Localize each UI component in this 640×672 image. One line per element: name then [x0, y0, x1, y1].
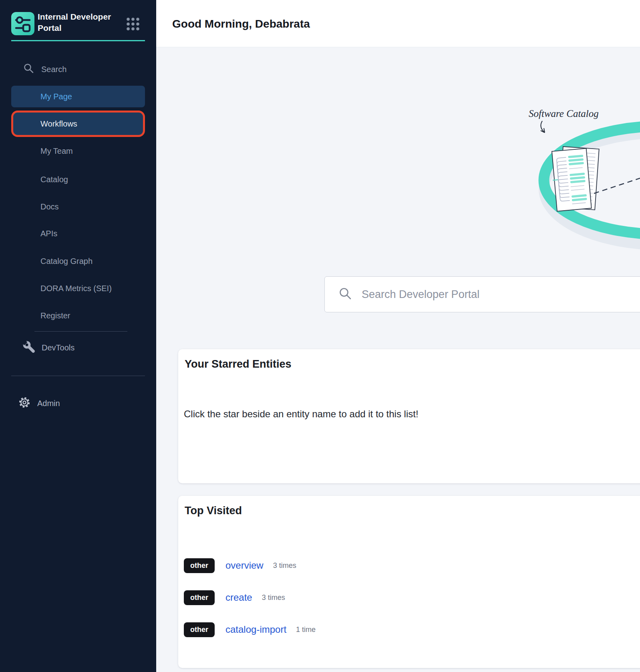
sidebar-item-label: Search — [41, 65, 66, 74]
wrench-icon — [22, 340, 35, 355]
portal-search-input[interactable] — [361, 288, 640, 301]
sidebar-item-docs[interactable]: Docs — [11, 196, 145, 217]
visit-count: 3 times — [273, 561, 296, 570]
top-visited-row: other overview 3 times — [184, 557, 296, 574]
sidebar-item-label: Register — [40, 311, 70, 320]
illustration-caption: Software Catalog — [529, 108, 599, 119]
portal-search-bar — [324, 276, 640, 312]
sidebar-item-label: DORA Metrics (SEI) — [40, 284, 112, 293]
sidebar-accent-rule — [11, 40, 145, 41]
sidebar-item-workflows-annotated[interactable]: Workflows — [11, 111, 145, 137]
sidebar-item-my-page[interactable]: My Page — [11, 86, 145, 107]
sidebar-item-label: Catalog — [40, 175, 68, 184]
main-content: Good Morning, Debabrata — [156, 0, 640, 672]
top-visited-row: other catalog-import 1 time — [184, 621, 316, 638]
app-title: Internal Developer Portal — [38, 11, 124, 33]
curved-arrow-icon — [541, 121, 545, 133]
sidebar-item-label: Admin — [37, 399, 60, 408]
app-logo-icon[interactable] — [11, 12, 34, 35]
search-icon — [338, 287, 352, 302]
sidebar-item-search[interactable]: Search — [11, 58, 145, 80]
sidebar-item-my-team[interactable]: My Team — [11, 140, 145, 162]
apps-grid-icon[interactable] — [126, 17, 140, 31]
kind-badge: other — [184, 590, 215, 605]
page-header: Good Morning, Debabrata — [156, 0, 640, 47]
sidebar-item-register[interactable]: Register — [11, 305, 145, 326]
sidebar-item-label: My Team — [40, 147, 73, 156]
starred-empty-message: Click the star beside an entity name to … — [184, 408, 419, 420]
visit-count: 3 times — [262, 594, 285, 602]
kind-badge: other — [184, 622, 215, 637]
top-visited-card: Top Visited other overview 3 times other… — [178, 496, 640, 668]
kind-badge: other — [184, 558, 215, 573]
starred-entities-title: Your Starred Entities — [185, 358, 292, 370]
sidebar-item-dora-metrics[interactable]: DORA Metrics (SEI) — [11, 278, 145, 299]
sliders-logo-glyph — [11, 12, 34, 35]
sidebar-item-catalog[interactable]: Catalog — [11, 169, 145, 190]
entity-link-overview[interactable]: overview — [225, 560, 264, 571]
visit-count: 1 time — [296, 626, 316, 634]
sidebar-item-label: Catalog Graph — [40, 257, 93, 266]
greeting-title: Good Morning, Debabrata — [172, 18, 310, 30]
sidebar-item-label: Docs — [40, 202, 59, 211]
sidebar-item-label: DevTools — [42, 343, 74, 352]
sidebar-item-devtools[interactable]: DevTools — [11, 337, 145, 358]
sidebar-divider — [34, 331, 127, 332]
top-visited-row: other create 3 times — [184, 589, 285, 606]
search-icon — [23, 63, 34, 76]
software-catalog-illustration: Software Catalog — [496, 96, 640, 252]
entity-link-create[interactable]: create — [225, 592, 252, 603]
sidebar-item-label: Workflows — [40, 119, 77, 129]
catalog-doc-front — [550, 149, 592, 211]
sidebar-item-label: APIs — [40, 229, 57, 238]
sidebar-item-label: My Page — [40, 92, 72, 101]
dashed-connector-line — [594, 178, 640, 193]
entity-link-catalog-import[interactable]: catalog-import — [225, 624, 286, 635]
sidebar-item-catalog-graph[interactable]: Catalog Graph — [11, 250, 145, 272]
sidebar-item-admin[interactable]: Admin — [18, 393, 60, 414]
sidebar-divider — [11, 376, 145, 376]
gear-icon — [18, 396, 31, 411]
top-visited-title: Top Visited — [185, 505, 242, 517]
sidebar-item-apis[interactable]: APIs — [11, 223, 145, 244]
starred-entities-card: Your Starred Entities Click the star bes… — [178, 349, 640, 483]
sidebar: Internal Developer Portal Search My — [0, 0, 156, 672]
